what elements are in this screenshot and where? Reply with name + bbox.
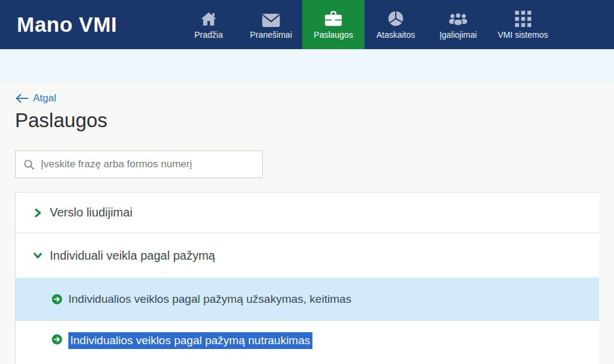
chevron-right-icon	[34, 208, 42, 218]
left-arrow-icon	[15, 94, 29, 103]
nav-item-paslaugos[interactable]: Paslaugos	[302, 0, 365, 49]
arrow-circle-icon	[52, 334, 62, 345]
services-accordion: Verslo liudijimai Individuali veikla pag…	[15, 192, 599, 364]
nav-item-label: Ataskaitos	[377, 30, 416, 40]
briefcase-icon	[324, 10, 342, 27]
chevron-down-icon	[34, 251, 42, 260]
search-box	[15, 151, 263, 178]
accordion-item-label: Verslo liudijimai	[50, 206, 133, 219]
nav-item-pranesimai[interactable]: Pranešimai	[240, 0, 302, 49]
service-link-label: Individualios veiklos pagal pažymą nutra…	[68, 334, 312, 347]
selected-text: Individualios veiklos pagal pažymą nutra…	[68, 332, 312, 349]
envelope-icon	[262, 10, 280, 27]
accordion-item-label: Individuali veikla pagal pažymą	[50, 249, 215, 263]
accordion-item-individuali-veikla[interactable]: Individuali veikla pagal pažymą	[16, 233, 599, 278]
home-icon	[200, 10, 217, 27]
nav-item-label: Pradžia	[194, 30, 222, 40]
nav-item-label: Pranešimai	[250, 30, 292, 40]
nav-item-label: Įgaliojimai	[440, 30, 477, 40]
nav-item-vmi-sistemos[interactable]: VMI sistemos	[489, 0, 556, 49]
service-link-label: Individualios veiklos pagal pažymą užsak…	[68, 293, 351, 306]
people-icon	[448, 10, 468, 27]
subheader-band	[0, 49, 614, 82]
back-link-label: Atgal	[33, 92, 56, 104]
apps-grid-icon	[515, 10, 531, 27]
arrow-circle-icon	[52, 294, 62, 305]
service-link-nutraukimas[interactable]: Individualios veiklos pagal pažymą nutra…	[16, 320, 599, 364]
main-nav: Pradžia Pranešimai Paslaugos	[177, 0, 614, 49]
pie-chart-icon	[387, 10, 404, 27]
service-link-uzsakymas-keitimas[interactable]: Individualios veiklos pagal pažymą užsak…	[16, 278, 599, 320]
back-link[interactable]: Atgal	[15, 92, 56, 104]
nav-item-label: Paslaugos	[314, 30, 353, 40]
search-input[interactable]	[16, 151, 262, 178]
search-icon	[23, 159, 35, 173]
page-content: Atgal Paslaugos Verslo liudijimai	[0, 82, 614, 364]
nav-item-label: VMI sistemos	[498, 30, 548, 40]
nav-item-pradzia[interactable]: Pradžia	[177, 0, 240, 49]
app-header: Mano VMI Pradžia Pranešimai	[0, 0, 614, 49]
nav-item-igaliojimai[interactable]: Įgaliojimai	[427, 0, 489, 49]
accordion-item-verslo-liudijimai[interactable]: Verslo liudijimai	[16, 192, 599, 233]
nav-item-ataskaitos[interactable]: Ataskaitos	[365, 0, 427, 49]
app-logo[interactable]: Mano VMI	[17, 13, 117, 37]
page-title: Paslaugos	[15, 109, 614, 133]
